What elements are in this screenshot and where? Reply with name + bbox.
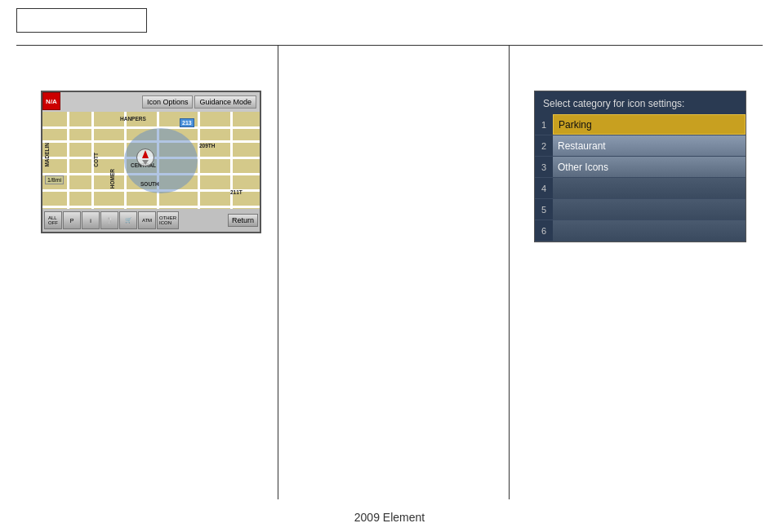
scale-badge: 1/8mi	[45, 175, 64, 184]
guidance-mode-button[interactable]: Guidance Mode	[194, 95, 256, 109]
top-bar-outline	[16, 8, 147, 33]
toolbar-atm[interactable]: ATM	[138, 211, 156, 229]
icon-category-selector: Select category for icon settings: 1 Par…	[534, 91, 746, 242]
row-number-4: 4	[535, 184, 553, 193]
category-row-1[interactable]: 1 Parking	[535, 114, 746, 135]
row-label-6[interactable]	[553, 220, 746, 241]
footer-text: 2009 Element	[354, 511, 425, 524]
na-badge: N/A	[42, 92, 60, 110]
selector-title: Select category for icon settings:	[535, 91, 746, 114]
map-toolbar: ALLOFF P i 🍴 🛒 ATM OTHERICON Return	[42, 209, 260, 232]
category-row-2[interactable]: 2 Restaurant	[535, 135, 746, 157]
col-right: Select category for icon settings: 1 Par…	[510, 46, 763, 499]
row-label-2[interactable]: Restaurant	[553, 135, 746, 156]
row-label-3[interactable]: Other Icons	[553, 157, 746, 177]
toolbar-info[interactable]: i	[82, 211, 100, 229]
row-number-1: 1	[535, 120, 553, 130]
row-label-1[interactable]: Parking	[553, 114, 746, 135]
footer: 2009 Element	[0, 511, 779, 524]
nav-map: N/A Icon Options Guidance Mode	[41, 91, 261, 233]
category-row-5[interactable]: 5	[535, 199, 746, 220]
map-header: Icon Options Guidance Mode	[42, 92, 260, 112]
compass	[136, 149, 154, 166]
row-label-5[interactable]	[553, 199, 746, 219]
row-number-5: 5	[535, 205, 553, 215]
col-middle	[278, 46, 509, 499]
map-body: HANPERS MADELIN CENTRAL 209TH SOUTH 211T…	[42, 112, 260, 209]
toolbar-all-off[interactable]: ALLOFF	[44, 211, 62, 229]
toolbar-p[interactable]: P	[63, 211, 81, 229]
return-button[interactable]: Return	[228, 214, 258, 227]
icon-options-button[interactable]: Icon Options	[142, 95, 194, 109]
row-label-4[interactable]	[553, 178, 746, 198]
row-number-2: 2	[535, 141, 553, 151]
row-number-6: 6	[535, 226, 553, 236]
toolbar-other-icon[interactable]: OTHERICON	[157, 211, 179, 229]
toolbar-shop[interactable]: 🛒	[119, 211, 137, 229]
col-left: N/A Icon Options Guidance Mode	[16, 46, 278, 499]
toolbar-food[interactable]: 🍴	[100, 211, 118, 229]
category-row-6[interactable]: 6	[535, 220, 746, 242]
category-row-3[interactable]: 3 Other Icons	[535, 157, 746, 178]
row-number-3: 3	[535, 162, 553, 172]
category-row-4[interactable]: 4	[535, 178, 746, 199]
columns-container: N/A Icon Options Guidance Mode	[16, 46, 763, 499]
